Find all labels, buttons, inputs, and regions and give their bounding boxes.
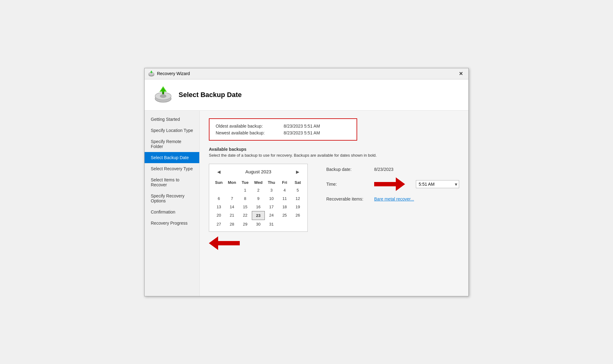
next-month-button[interactable]: ▶ xyxy=(294,169,301,175)
arrow-below-calendar xyxy=(209,236,308,250)
backup-date-row: Backup date: 8/23/2023 xyxy=(326,167,459,172)
oldest-backup-value: 8/23/2023 5:51 AM xyxy=(284,124,320,129)
sidebar-item-select-items-to-recover[interactable]: Select Items to Recover xyxy=(145,174,199,190)
details-panel: Backup date: 8/23/2023 Time: xyxy=(326,164,459,207)
time-select-wrapper[interactable]: 5:51 AM xyxy=(416,180,459,188)
cal-day-empty xyxy=(291,220,304,228)
oldest-backup-row: Oldest available backup: 8/23/2023 5:51 … xyxy=(216,124,350,129)
content-area: Getting Started Specify Location Type Sp… xyxy=(145,111,468,296)
oldest-backup-label: Oldest available backup: xyxy=(216,124,277,129)
right-arrow-indicator xyxy=(374,177,405,191)
sidebar-item-specify-recovery-options[interactable]: Specify Recovery Options xyxy=(145,190,199,206)
cal-day-26[interactable]: 26 xyxy=(291,211,304,220)
cal-day-21[interactable]: 21 xyxy=(226,211,239,220)
cal-day-20[interactable]: 20 xyxy=(212,211,226,220)
time-row: Time: 5:51 AM xyxy=(326,177,459,191)
sidebar-item-select-backup-date[interactable]: Select Backup Date xyxy=(145,152,199,163)
left-arrow-shaft xyxy=(218,241,240,245)
recoverable-items-label: Recoverable items: xyxy=(326,197,370,201)
cal-day-28[interactable]: 28 xyxy=(226,220,239,228)
sidebar: Getting Started Specify Location Type Sp… xyxy=(145,111,200,296)
cal-day-25[interactable]: 25 xyxy=(278,211,291,220)
cal-day-24[interactable]: 24 xyxy=(265,211,278,220)
left-arrow-head xyxy=(209,236,218,250)
day-header-fri: Fri xyxy=(278,179,291,186)
sidebar-item-select-recovery-type[interactable]: Select Recovery Type xyxy=(145,163,199,174)
cal-day-empty xyxy=(226,186,239,194)
day-header-sun: Sun xyxy=(212,179,226,186)
page-title: Select Backup Date xyxy=(179,91,242,99)
left-arrow-indicator xyxy=(209,236,240,250)
cal-day-6[interactable]: 6 xyxy=(212,194,226,203)
titlebar-left: Recovery Wizard xyxy=(148,70,190,77)
backup-info-box: Oldest available backup: 8/23/2023 5:51 … xyxy=(209,118,357,141)
header: Select Backup Date xyxy=(145,79,468,111)
backup-date-value: 8/23/2023 xyxy=(374,167,393,172)
day-header-mon: Mon xyxy=(226,179,239,186)
svg-marker-3 xyxy=(150,70,153,73)
newest-backup-label: Newest available backup: xyxy=(216,130,277,135)
cal-day-16[interactable]: 16 xyxy=(252,203,265,211)
cal-day-7[interactable]: 7 xyxy=(226,194,239,203)
window-title: Recovery Wizard xyxy=(157,71,190,76)
prev-month-button[interactable]: ◀ xyxy=(215,169,222,175)
day-header-thu: Thu xyxy=(265,179,278,186)
recoverable-items-row: Recoverable items: Bare metal recover... xyxy=(326,197,459,201)
bare-metal-recover-link[interactable]: Bare metal recover... xyxy=(374,197,414,201)
time-select[interactable]: 5:51 AM xyxy=(416,180,459,188)
sidebar-item-specify-location-type[interactable]: Specify Location Type xyxy=(145,125,199,136)
cal-day-23[interactable]: 23 xyxy=(252,211,265,220)
cal-day-10[interactable]: 10 xyxy=(265,194,278,203)
calendar-area: ◀ August 2023 ▶ Sun Mon Tue Wed Thu Fri xyxy=(209,164,459,250)
cal-day-31[interactable]: 31 xyxy=(265,220,278,228)
cal-day-14[interactable]: 14 xyxy=(226,203,239,211)
cal-day-9[interactable]: 9 xyxy=(252,194,265,203)
available-backups-desc: Select the date of a backup to use for r… xyxy=(209,153,459,158)
cal-day-11[interactable]: 11 xyxy=(278,194,291,203)
recovery-wizard-window: Recovery Wizard ✕ Select Backup Date Get… xyxy=(144,68,469,296)
cal-day-30[interactable]: 30 xyxy=(252,220,265,228)
app-icon xyxy=(148,70,154,77)
cal-day-1[interactable]: 1 xyxy=(239,186,252,194)
cal-day-13[interactable]: 13 xyxy=(212,203,226,211)
cal-day-8[interactable]: 8 xyxy=(239,194,252,203)
right-arrow-shaft xyxy=(374,182,396,186)
cal-day-empty xyxy=(212,186,226,194)
close-button[interactable]: ✕ xyxy=(457,70,465,77)
sidebar-item-specify-remote-folder[interactable]: Specify Remote Folder xyxy=(145,136,199,152)
svg-point-6 xyxy=(160,95,166,98)
cal-day-19[interactable]: 19 xyxy=(291,203,304,211)
newest-backup-value: 8/23/2023 5:51 AM xyxy=(284,130,320,135)
available-backups-title: Available backups xyxy=(209,147,459,152)
titlebar: Recovery Wizard ✕ xyxy=(145,68,468,79)
calendar-container: ◀ August 2023 ▶ Sun Mon Tue Wed Thu Fri xyxy=(209,164,308,250)
calendar-header: ◀ August 2023 ▶ xyxy=(212,167,304,176)
sidebar-item-confirmation[interactable]: Confirmation xyxy=(145,206,199,218)
right-arrow-head xyxy=(396,177,405,191)
cal-day-2[interactable]: 2 xyxy=(252,186,265,194)
cal-day-22[interactable]: 22 xyxy=(239,211,252,220)
calendar-month-year: August 2023 xyxy=(245,169,271,174)
cal-day-5[interactable]: 5 xyxy=(291,186,304,194)
sidebar-item-recovery-progress[interactable]: Recovery Progress xyxy=(145,218,199,229)
main-content: Oldest available backup: 8/23/2023 5:51 … xyxy=(200,111,468,296)
backup-date-label: Backup date: xyxy=(326,167,370,172)
sidebar-item-getting-started[interactable]: Getting Started xyxy=(145,114,199,125)
header-icon xyxy=(154,86,172,104)
cal-day-4[interactable]: 4 xyxy=(278,186,291,194)
day-header-wed: Wed xyxy=(252,179,265,186)
day-header-sat: Sat xyxy=(291,179,304,186)
cal-day-29[interactable]: 29 xyxy=(239,220,252,228)
time-label: Time: xyxy=(326,182,370,187)
cal-day-empty xyxy=(278,220,291,228)
cal-day-3[interactable]: 3 xyxy=(265,186,278,194)
day-header-tue: Tue xyxy=(239,179,252,186)
cal-day-12[interactable]: 12 xyxy=(291,194,304,203)
cal-day-17[interactable]: 17 xyxy=(265,203,278,211)
cal-day-27[interactable]: 27 xyxy=(212,220,226,228)
calendar: ◀ August 2023 ▶ Sun Mon Tue Wed Thu Fri xyxy=(209,164,308,232)
cal-day-15[interactable]: 15 xyxy=(239,203,252,211)
calendar-grid: Sun Mon Tue Wed Thu Fri Sat 1 2 xyxy=(212,179,304,228)
svg-marker-8 xyxy=(159,86,167,92)
cal-day-18[interactable]: 18 xyxy=(278,203,291,211)
